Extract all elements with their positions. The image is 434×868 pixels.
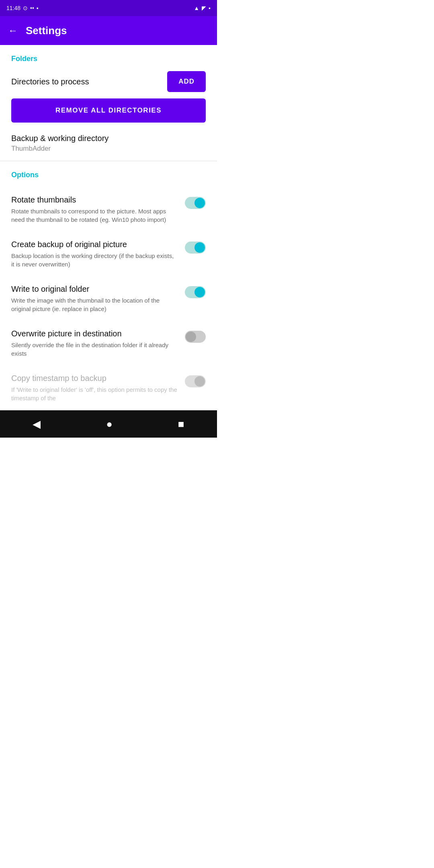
toggle-title: Copy timestamp to backup (11, 374, 178, 383)
toggle-switch[interactable] (185, 242, 206, 254)
nav-back-button[interactable]: ◀ (20, 414, 53, 434)
directories-label: Directories to process (11, 77, 89, 86)
toggle-desc: Write the image with the thumbnail to th… (11, 296, 178, 313)
content: Folders Directories to process ADD REMOV… (0, 45, 217, 410)
toggle-desc: Rotate thumbnails to correspond to the p… (11, 207, 178, 224)
toggle-knob (194, 376, 205, 387)
circle-icon: ⊙ (23, 5, 28, 11)
bottom-nav: ◀ ● ■ (0, 410, 217, 438)
dots-icon: •• (30, 5, 34, 11)
toggle-desc: If 'Write to original folder' is 'off', … (11, 385, 178, 402)
toggle-knob (186, 332, 196, 342)
folders-section: Folders Directories to process ADD REMOV… (0, 45, 217, 153)
remove-all-button[interactable]: REMOVE ALL DIRECTORIES (11, 98, 206, 123)
back-button[interactable]: ← (8, 25, 18, 36)
backup-label: Backup & working directory (11, 134, 206, 143)
toggle-switch[interactable] (185, 375, 206, 387)
app-bar: ← Settings (0, 16, 217, 45)
toggle-title: Write to original folder (11, 285, 178, 294)
toggle-switch[interactable] (185, 286, 206, 298)
backup-value: ThumbAdder (11, 145, 206, 153)
toggle-row: Create backup of original pictureBackup … (11, 232, 206, 276)
options-section: Options Rotate thumbnailsRotate thumbnai… (0, 161, 217, 410)
folders-header: Folders (11, 55, 206, 63)
status-left: 11:48 ⊙ •• ▪ (6, 5, 39, 11)
page-title: Settings (26, 25, 67, 37)
toggle-row: Rotate thumbnailsRotate thumbnails to co… (11, 187, 206, 232)
status-time: 11:48 (6, 5, 20, 11)
signal-icon: ◤ (202, 5, 206, 11)
toggle-knob (194, 242, 205, 253)
add-button[interactable]: ADD (167, 71, 206, 92)
toggle-row: Copy timestamp to backupIf 'Write to ori… (11, 366, 206, 410)
wifi-icon: ▲ (194, 5, 199, 11)
toggle-row: Overwrite picture in destinationSilently… (11, 321, 206, 366)
status-right: ▲ ◤ ▪ (194, 5, 211, 11)
toggle-knob (194, 287, 205, 297)
toggle-switch[interactable] (185, 197, 206, 209)
nav-recent-button[interactable]: ■ (166, 414, 197, 434)
toggle-row: Write to original folderWrite the image … (11, 276, 206, 321)
toggle-rows-container: Rotate thumbnailsRotate thumbnails to co… (11, 187, 206, 410)
sd-card-icon: ▪ (37, 5, 39, 11)
directories-row: Directories to process ADD (11, 71, 206, 92)
nav-home-button[interactable]: ● (94, 414, 125, 434)
toggle-title: Rotate thumbnails (11, 195, 178, 205)
toggle-knob (194, 198, 205, 208)
toggle-title: Create backup of original picture (11, 240, 178, 249)
backup-section: Backup & working directory ThumbAdder (11, 134, 206, 153)
status-bar: 11:48 ⊙ •• ▪ ▲ ◤ ▪ (0, 0, 217, 16)
toggle-title: Overwrite picture in destination (11, 329, 178, 338)
options-header: Options (11, 171, 206, 179)
toggle-desc: Silently override the file in the destin… (11, 341, 178, 358)
toggle-switch[interactable] (185, 331, 206, 343)
battery-icon: ▪ (209, 5, 211, 11)
toggle-desc: Backup location is the working directory… (11, 252, 178, 268)
